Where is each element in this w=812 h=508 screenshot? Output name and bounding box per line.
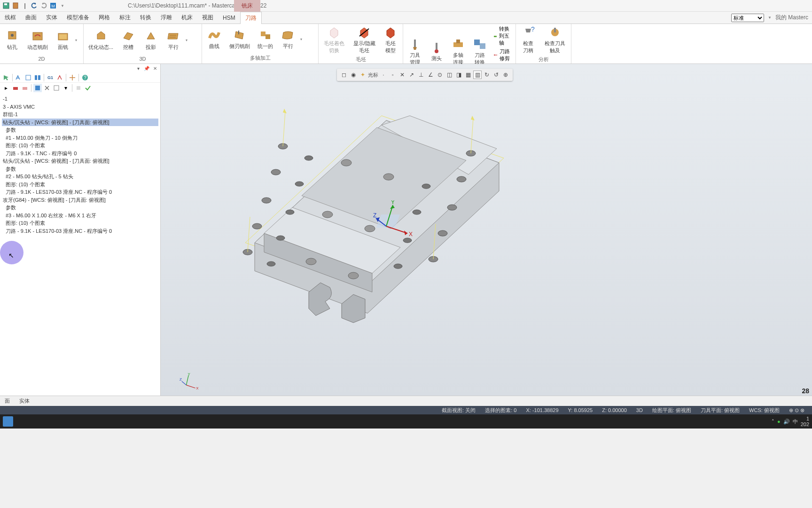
undo-icon[interactable]	[30, 1, 39, 10]
tb-icon-b[interactable]	[24, 73, 32, 82]
tree-line[interactable]: 参数	[2, 165, 158, 173]
toolpath-trim-button[interactable]: 刀路修剪	[492, 48, 514, 63]
tree-line[interactable]: 参数	[2, 126, 158, 134]
parallel-multi-button[interactable]: 平行	[278, 28, 298, 51]
stock-shade-button[interactable]: 毛坯着色切换	[320, 25, 348, 55]
tab-solid[interactable]: 实体	[41, 12, 62, 24]
vp-cursor-icon[interactable]: ✦	[359, 71, 367, 79]
tb2-a-icon[interactable]: ▸	[2, 84, 10, 92]
tree-line[interactable]: 刀路 - 9.1K - T.NC - 程序编号 0	[2, 150, 158, 158]
vp-icon[interactable]: ▦	[464, 71, 472, 79]
tab-modelprep[interactable]: 模型准备	[62, 12, 94, 24]
tb-icon-e[interactable]	[68, 73, 77, 82]
tab-machine[interactable]: 机床	[177, 12, 197, 24]
redo-icon[interactable]	[39, 1, 48, 10]
tray-ime[interactable]: 中	[793, 418, 798, 425]
status-cplane[interactable]: 绘图平面: 俯视图	[648, 407, 696, 414]
pocket-button[interactable]: 挖槽	[118, 29, 139, 52]
multiaxis-link-button[interactable]: 多轴连接	[448, 37, 468, 67]
vp-icon[interactable]: ·	[379, 71, 388, 79]
vp-icon[interactable]: ◻	[340, 71, 348, 79]
tab-mesh[interactable]: 网格	[94, 12, 115, 24]
project-button[interactable]: 投影	[141, 29, 161, 52]
view-select[interactable]: 标准	[731, 14, 764, 22]
viewport-3d[interactable]: ◻ ◉ ✦ 光标 · ◦ ✕ ↗ ⊥ ∠ ⊙ ◫ ◨ ▦ ▥ ↻ ↺ ⊕	[161, 64, 812, 396]
vp-icon[interactable]: ∠	[426, 71, 435, 79]
taskbar-app-icon[interactable]	[3, 416, 13, 427]
tab-art[interactable]: 浮雕	[156, 12, 177, 24]
tree-line[interactable]: 刀路 - 9.1K - LES170-03 滑座.NC - 程序编号 0	[2, 227, 158, 235]
vp-icon[interactable]: ◫	[445, 71, 453, 79]
panel-pin-icon[interactable]: 📌	[143, 65, 150, 71]
check-holder-button[interactable]: ?检查刀柄	[518, 25, 539, 55]
tray-wechat-icon[interactable]: ●	[777, 419, 781, 424]
convert-5axis-button[interactable]: 转换到五轴	[492, 25, 514, 47]
check-tool-reach-button[interactable]: 检查刀具触及	[540, 25, 569, 55]
panel-menu-icon[interactable]: ▾	[135, 65, 141, 71]
status-icons[interactable]: ⊕ ⊙ ⊗	[784, 407, 809, 413]
tb-help-icon[interactable]: ?	[81, 73, 89, 82]
vp-icon[interactable]: ⊙	[436, 71, 444, 79]
vp-icon[interactable]: ✕	[398, 71, 406, 79]
face-mill-button[interactable]: 面铣	[53, 29, 73, 52]
vp-icon[interactable]: ↗	[407, 71, 416, 79]
probe-button[interactable]: 测头	[427, 40, 446, 63]
save-icon[interactable]	[2, 1, 10, 10]
status-3d[interactable]: 3D	[632, 407, 648, 413]
tree-line[interactable]: 刀路 - 9.1K - LES170-03 滑座.NC - 程序编号 0	[2, 188, 158, 196]
vp-icon[interactable]: ⊥	[417, 71, 425, 79]
unified-button[interactable]: 统一的	[255, 28, 276, 51]
tree-line[interactable]: #2 - M5.00 钻头/钻孔 - 5 钻头	[2, 173, 158, 181]
context-tab-mill[interactable]: 铣床	[234, 0, 260, 12]
vp-icon[interactable]: ◨	[454, 71, 463, 79]
tab-drafting[interactable]: 标注	[115, 12, 135, 24]
tb2-e-icon[interactable]	[43, 84, 51, 92]
stock-model-button[interactable]: 毛坯模型	[381, 25, 401, 55]
tb-icon-a[interactable]	[15, 73, 23, 82]
toolpath-transform-button[interactable]: 刀路转换	[470, 37, 490, 67]
tray-sound-icon[interactable]: 🔊	[783, 419, 790, 425]
vp-icon[interactable]: ◉	[349, 71, 358, 79]
tool-manager-button[interactable]: 刀具管理	[405, 37, 425, 67]
tree-line[interactable]: 攻牙(G84) - [WCS: 俯视图] - [刀具面: 俯视图]	[2, 196, 158, 204]
vp-icon[interactable]: ▥	[473, 71, 482, 79]
status-tplane[interactable]: 刀具平面: 俯视图	[696, 407, 744, 414]
tb2-c-icon[interactable]	[21, 84, 29, 92]
tb2-d-icon[interactable]	[33, 84, 42, 92]
vp-icon[interactable]: ↻	[483, 71, 491, 79]
status-wcs[interactable]: WCS: 俯视图	[744, 407, 784, 414]
parallel-button[interactable]: 平行	[163, 29, 184, 52]
panel-close-icon[interactable]: ✕	[152, 65, 158, 71]
drill-button[interactable]: 钻孔	[2, 29, 23, 52]
tree-line[interactable]: 图形: (10) 个图素	[2, 142, 158, 150]
dropdown-icon[interactable]: ▼	[58, 1, 67, 10]
tree-line[interactable]: 群组-1	[2, 111, 158, 119]
tb-icon-d[interactable]	[55, 73, 64, 82]
swarf-button[interactable]: 侧刃铣削	[226, 28, 253, 51]
tb-g1-icon[interactable]: G1	[46, 73, 55, 82]
tab-hsm[interactable]: HSM	[218, 13, 240, 23]
tb2-b-icon[interactable]	[11, 84, 20, 92]
btab-face[interactable]: 面	[0, 396, 15, 406]
tree-line[interactable]: 参数	[2, 204, 158, 212]
tree-line[interactable]: #3 - M6.00 X 1.00 右丝攻 - M6 X 1 右牙	[2, 212, 158, 220]
status-section[interactable]: 截面视图: 关闭	[437, 407, 480, 414]
tb2-h-icon[interactable]	[74, 84, 83, 92]
tree-line[interactable]: -1	[2, 95, 158, 103]
vp-icon[interactable]: ◦	[389, 71, 397, 79]
tray-chevron-icon[interactable]: ˄	[772, 419, 774, 425]
tree-line[interactable]: #1 - M10.00 倒角刀 - 10 倒角刀	[2, 134, 158, 142]
tb2-f-icon[interactable]	[52, 84, 61, 92]
tree-line[interactable]: 钻头/沉头钻 - [WCS: 俯视图] - [刀具面: 俯视图]	[2, 157, 158, 165]
tb2-i-icon[interactable]	[84, 84, 92, 92]
curve-button[interactable]: 曲线	[204, 28, 225, 51]
tab-view[interactable]: 视图	[197, 12, 218, 24]
vp-icon[interactable]: ↺	[492, 71, 500, 79]
tab-transform[interactable]: 转换	[135, 12, 156, 24]
btab-solid[interactable]: 实体	[15, 396, 34, 406]
tab-toolpaths[interactable]: 刀路	[240, 12, 262, 24]
optirough-button[interactable]: 优化动态...	[86, 29, 116, 52]
my-mastercam-link[interactable]: 我的 Masterc	[775, 14, 808, 22]
tb-select-icon[interactable]	[2, 73, 10, 82]
tree-line[interactable]: 图形: (10) 个图素	[2, 219, 158, 227]
